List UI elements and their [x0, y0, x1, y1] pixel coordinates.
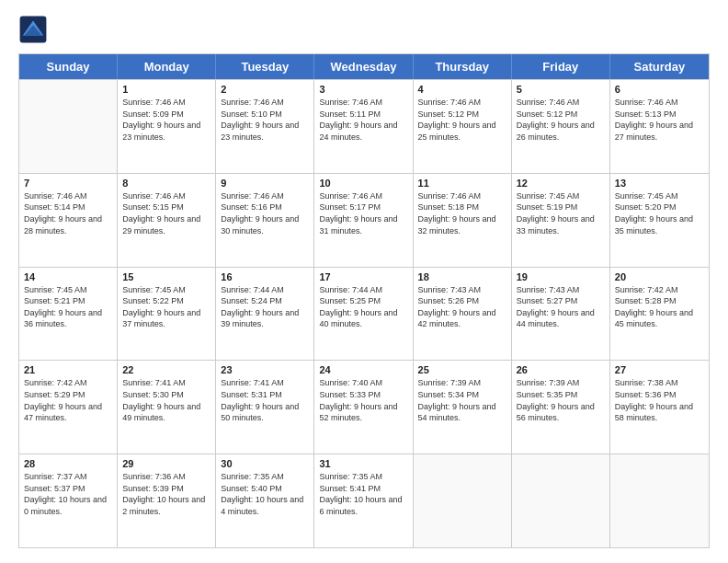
day-number: 23 [221, 364, 309, 375]
day-number: 29 [122, 458, 210, 469]
day-info: Sunrise: 7:39 AMSunset: 5:35 PMDaylight:… [517, 377, 605, 423]
day-info: Sunrise: 7:35 AMSunset: 5:40 PMDaylight:… [221, 471, 309, 517]
day-number: 15 [122, 271, 210, 282]
day-cell: 16Sunrise: 7:44 AMSunset: 5:24 PMDayligh… [216, 268, 314, 361]
day-number: 8 [122, 178, 210, 189]
day-info: Sunrise: 7:45 AMSunset: 5:20 PMDaylight:… [615, 190, 704, 236]
day-info: Sunrise: 7:46 AMSunset: 5:12 PMDaylight:… [517, 97, 605, 143]
day-cell [414, 454, 512, 547]
day-number: 3 [319, 84, 407, 95]
week-row-4: 28Sunrise: 7:37 AMSunset: 5:37 PMDayligh… [19, 454, 709, 547]
day-header-monday: Monday [118, 54, 216, 79]
day-cell: 29Sunrise: 7:36 AMSunset: 5:39 PMDayligh… [118, 454, 216, 547]
day-cell: 5Sunrise: 7:46 AMSunset: 5:12 PMDaylight… [512, 80, 610, 173]
day-header-saturday: Saturday [610, 54, 709, 79]
day-cell: 20Sunrise: 7:42 AMSunset: 5:28 PMDayligh… [610, 268, 709, 361]
day-number: 14 [24, 271, 112, 282]
day-cell: 25Sunrise: 7:39 AMSunset: 5:34 PMDayligh… [414, 361, 512, 454]
week-row-2: 14Sunrise: 7:45 AMSunset: 5:21 PMDayligh… [19, 267, 709, 361]
day-cell: 19Sunrise: 7:43 AMSunset: 5:27 PMDayligh… [512, 268, 610, 361]
day-cell: 28Sunrise: 7:37 AMSunset: 5:37 PMDayligh… [19, 454, 118, 547]
day-info: Sunrise: 7:43 AMSunset: 5:26 PMDaylight:… [418, 284, 506, 330]
day-info: Sunrise: 7:37 AMSunset: 5:37 PMDaylight:… [24, 471, 112, 517]
day-number: 25 [418, 364, 506, 375]
day-cell: 26Sunrise: 7:39 AMSunset: 5:35 PMDayligh… [512, 361, 610, 454]
day-info: Sunrise: 7:46 AMSunset: 5:13 PMDaylight:… [615, 97, 704, 143]
day-info: Sunrise: 7:46 AMSunset: 5:18 PMDaylight:… [418, 190, 506, 236]
day-info: Sunrise: 7:46 AMSunset: 5:17 PMDaylight:… [319, 190, 407, 236]
day-cell: 15Sunrise: 7:45 AMSunset: 5:22 PMDayligh… [118, 268, 216, 361]
day-info: Sunrise: 7:38 AMSunset: 5:36 PMDaylight:… [615, 377, 704, 423]
day-info: Sunrise: 7:35 AMSunset: 5:41 PMDaylight:… [319, 471, 407, 517]
day-number: 19 [517, 271, 605, 282]
day-number: 17 [319, 271, 407, 282]
day-number: 9 [221, 178, 309, 189]
day-info: Sunrise: 7:41 AMSunset: 5:30 PMDaylight:… [122, 377, 210, 423]
calendar-page: SundayMondayTuesdayWednesdayThursdayFrid… [0, 0, 728, 563]
week-row-3: 21Sunrise: 7:42 AMSunset: 5:29 PMDayligh… [19, 360, 709, 454]
day-cell: 6Sunrise: 7:46 AMSunset: 5:13 PMDaylight… [610, 80, 709, 173]
day-number: 7 [24, 178, 112, 189]
day-cell: 22Sunrise: 7:41 AMSunset: 5:30 PMDayligh… [118, 361, 216, 454]
day-cell: 18Sunrise: 7:43 AMSunset: 5:26 PMDayligh… [414, 268, 512, 361]
header [18, 15, 710, 44]
day-cell: 8Sunrise: 7:46 AMSunset: 5:15 PMDaylight… [118, 174, 216, 267]
day-headers: SundayMondayTuesdayWednesdayThursdayFrid… [19, 54, 709, 79]
day-number: 13 [615, 178, 704, 189]
day-cell: 27Sunrise: 7:38 AMSunset: 5:36 PMDayligh… [610, 361, 709, 454]
day-cell [512, 454, 610, 547]
day-info: Sunrise: 7:46 AMSunset: 5:11 PMDaylight:… [319, 97, 407, 143]
day-cell: 11Sunrise: 7:46 AMSunset: 5:18 PMDayligh… [414, 174, 512, 267]
day-number: 24 [319, 364, 407, 375]
day-cell: 4Sunrise: 7:46 AMSunset: 5:12 PMDaylight… [414, 80, 512, 173]
day-header-tuesday: Tuesday [216, 54, 314, 79]
day-header-wednesday: Wednesday [314, 54, 413, 79]
day-number: 11 [418, 178, 506, 189]
day-number: 6 [615, 84, 704, 95]
day-info: Sunrise: 7:45 AMSunset: 5:22 PMDaylight:… [122, 284, 210, 330]
day-number: 26 [517, 364, 605, 375]
day-info: Sunrise: 7:45 AMSunset: 5:21 PMDaylight:… [24, 284, 112, 330]
day-info: Sunrise: 7:46 AMSunset: 5:15 PMDaylight:… [122, 190, 210, 236]
day-info: Sunrise: 7:46 AMSunset: 5:16 PMDaylight:… [221, 190, 309, 236]
day-cell: 17Sunrise: 7:44 AMSunset: 5:25 PMDayligh… [314, 268, 413, 361]
logo [18, 15, 51, 44]
day-number: 2 [221, 84, 309, 95]
day-info: Sunrise: 7:45 AMSunset: 5:19 PMDaylight:… [517, 190, 605, 236]
day-cell: 2Sunrise: 7:46 AMSunset: 5:10 PMDaylight… [216, 80, 314, 173]
day-cell: 24Sunrise: 7:40 AMSunset: 5:33 PMDayligh… [314, 361, 413, 454]
day-number: 30 [221, 458, 309, 469]
week-row-0: 1Sunrise: 7:46 AMSunset: 5:09 PMDaylight… [19, 79, 709, 173]
day-info: Sunrise: 7:46 AMSunset: 5:12 PMDaylight:… [418, 97, 506, 143]
day-info: Sunrise: 7:44 AMSunset: 5:25 PMDaylight:… [319, 284, 407, 330]
day-cell: 12Sunrise: 7:45 AMSunset: 5:19 PMDayligh… [512, 174, 610, 267]
day-number: 18 [418, 271, 506, 282]
day-cell: 7Sunrise: 7:46 AMSunset: 5:14 PMDaylight… [19, 174, 118, 267]
day-number: 21 [24, 364, 112, 375]
day-number: 20 [615, 271, 704, 282]
day-cell [610, 454, 709, 547]
day-cell: 3Sunrise: 7:46 AMSunset: 5:11 PMDaylight… [314, 80, 413, 173]
day-cell: 21Sunrise: 7:42 AMSunset: 5:29 PMDayligh… [19, 361, 118, 454]
day-cell: 14Sunrise: 7:45 AMSunset: 5:21 PMDayligh… [19, 268, 118, 361]
day-cell: 1Sunrise: 7:46 AMSunset: 5:09 PMDaylight… [118, 80, 216, 173]
calendar: SundayMondayTuesdayWednesdayThursdayFrid… [18, 53, 710, 548]
day-info: Sunrise: 7:46 AMSunset: 5:09 PMDaylight:… [122, 97, 210, 143]
day-cell: 13Sunrise: 7:45 AMSunset: 5:20 PMDayligh… [610, 174, 709, 267]
day-header-sunday: Sunday [19, 54, 118, 79]
day-info: Sunrise: 7:43 AMSunset: 5:27 PMDaylight:… [517, 284, 605, 330]
day-cell: 9Sunrise: 7:46 AMSunset: 5:16 PMDaylight… [216, 174, 314, 267]
day-number: 1 [122, 84, 210, 95]
day-info: Sunrise: 7:41 AMSunset: 5:31 PMDaylight:… [221, 377, 309, 423]
day-info: Sunrise: 7:39 AMSunset: 5:34 PMDaylight:… [418, 377, 506, 423]
day-info: Sunrise: 7:42 AMSunset: 5:28 PMDaylight:… [615, 284, 704, 330]
day-cell: 31Sunrise: 7:35 AMSunset: 5:41 PMDayligh… [314, 454, 413, 547]
day-number: 10 [319, 178, 407, 189]
day-header-thursday: Thursday [414, 54, 512, 79]
day-cell: 23Sunrise: 7:41 AMSunset: 5:31 PMDayligh… [216, 361, 314, 454]
day-number: 5 [517, 84, 605, 95]
day-info: Sunrise: 7:36 AMSunset: 5:39 PMDaylight:… [122, 471, 210, 517]
day-cell [19, 80, 118, 173]
day-number: 31 [319, 458, 407, 469]
day-info: Sunrise: 7:46 AMSunset: 5:10 PMDaylight:… [221, 97, 309, 143]
